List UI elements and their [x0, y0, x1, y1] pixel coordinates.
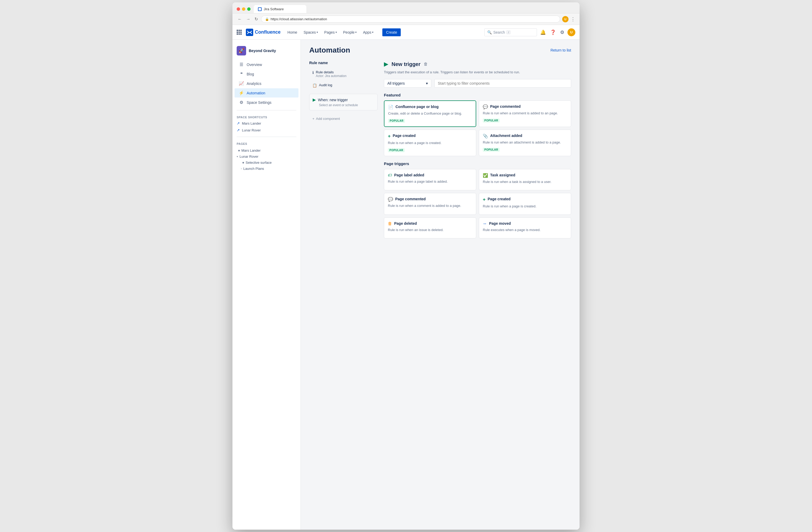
back-button[interactable]: ←	[237, 16, 243, 23]
featured-card-0[interactable]: 📄 Confluence page or blog Create, edit o…	[384, 100, 476, 127]
svg-rect-0	[259, 8, 261, 11]
external-link-icon-1: ↗	[237, 121, 240, 125]
delete-trigger-icon[interactable]: 🗑	[424, 62, 428, 66]
page-moved-icon: ↔	[483, 221, 487, 226]
return-to-list-link[interactable]: Return to list	[550, 48, 571, 52]
trigger-play-icon: ▶	[313, 97, 316, 102]
sidebar-item-analytics[interactable]: 📈 Analytics	[234, 79, 299, 88]
page-item-lunar-rover[interactable]: ▾ Lunar Rover	[232, 153, 301, 160]
page-trigger-card-5[interactable]: ↔ Page moved Rule executes when a page i…	[479, 217, 571, 238]
featured-card-desc-1: Rule is run when a comment is added to a…	[483, 111, 567, 116]
search-box[interactable]: 🔍 Search /	[484, 28, 537, 36]
app-switcher-button[interactable]	[237, 30, 242, 35]
filter-components-input[interactable]	[434, 79, 571, 88]
page-title: Automation	[309, 46, 350, 55]
page-trigger-title-0: Page label added	[394, 173, 424, 177]
tab-title: Jira Software	[264, 7, 284, 11]
page-trigger-card-2[interactable]: 💬 Page commented Rule is run when a comm…	[384, 193, 476, 215]
browser-menu-button[interactable]: ⋮	[570, 16, 575, 22]
page-label-icon: 🏷	[388, 173, 392, 178]
page-trigger-card-0[interactable]: 🏷 Page label added Rule is run when a pa…	[384, 169, 476, 190]
app-header: Confluence Home Spaces ▾ Pages ▾ People …	[232, 25, 580, 40]
nav-people[interactable]: People ▾	[340, 29, 360, 36]
address-bar[interactable]: 🔒 https://cloud.atlassian.net/automation	[261, 15, 560, 23]
page-trigger-desc-5: Rule executes when a page is moved.	[483, 227, 567, 232]
page-commented-icon-1: 💬	[483, 104, 488, 109]
nav-pages[interactable]: Pages ▾	[322, 29, 339, 36]
maximize-button[interactable]	[247, 8, 251, 11]
space-header[interactable]: 🚀 Beyond Gravity	[232, 44, 301, 60]
sidebar-item-label-space-settings: Space Settings	[247, 100, 271, 105]
page-item-launch-plans[interactable]: › Launch Plans	[232, 166, 301, 172]
page-trigger-cards-grid: 🏷 Page label added Rule is run when a pa…	[384, 169, 571, 239]
popular-badge-2: Popular	[388, 148, 405, 152]
nav-apps[interactable]: Apps ▾	[360, 29, 376, 36]
audit-log-item[interactable]: 📋 Audit log	[309, 81, 378, 90]
user-avatar[interactable]: U	[567, 28, 575, 36]
settings-icon[interactable]: ⚙	[559, 28, 565, 36]
page-deleted-icon: 🗑	[388, 221, 392, 226]
featured-card-desc-2: Rule is run when a page is created.	[388, 141, 472, 145]
page-triggers-heading: Page triggers	[384, 161, 571, 166]
page-trigger-card-3[interactable]: + Page created Rule is run when a page i…	[479, 193, 571, 215]
minimize-button[interactable]	[242, 8, 245, 11]
nav-home[interactable]: Home	[285, 29, 300, 36]
close-button[interactable]	[237, 8, 240, 11]
trigger-card[interactable]: ▶ When: new trigger Select an event or s…	[309, 94, 378, 110]
page-trigger-title-3: Page created	[488, 197, 511, 201]
page-commented-icon-2: 💬	[388, 197, 393, 202]
page-trigger-title-1: Task assigned	[490, 173, 515, 177]
featured-card-title-0: Confluence page or blog	[395, 105, 439, 109]
add-component-button[interactable]: + Add component	[309, 115, 378, 123]
page-trigger-desc-0: Rule is run when a page label is added.	[388, 179, 472, 184]
rule-details-title: Rule details	[316, 70, 347, 74]
featured-card-2[interactable]: + Page created Rule is run when a page i…	[384, 130, 476, 156]
browser-profile-avatar[interactable]: U	[562, 16, 568, 23]
featured-card-desc-0: Create, edit or delete a Confluence page…	[388, 111, 472, 116]
tab-favicon	[258, 8, 262, 11]
automation-icon: ⚡	[239, 90, 244, 95]
shortcut-mars-lander[interactable]: ↗ Mars Lander	[232, 120, 301, 127]
forward-button[interactable]: →	[245, 16, 251, 23]
sidebar-item-label-blog: Blog	[247, 72, 254, 76]
main-nav: Home Spaces ▾ Pages ▾ People ▾ Apps ▾	[285, 29, 376, 36]
sidebar-item-space-settings[interactable]: ⚙ Space Settings	[234, 98, 299, 107]
help-icon[interactable]: ❓	[549, 28, 557, 36]
rule-details-item[interactable]: ℹ Rule details Actor: Jira automation	[309, 68, 378, 80]
rule-details-actor: Actor: Jira automation	[316, 74, 347, 78]
featured-section: Featured 📄 Confluence page or blog Creat…	[384, 93, 571, 156]
sidebar-item-overview[interactable]: ☰ Overview	[234, 60, 299, 69]
browser-tab[interactable]: Jira Software	[254, 5, 306, 13]
page-label-mars-lander: Mars Lander	[242, 148, 261, 152]
attachment-icon: 📎	[483, 134, 488, 138]
trigger-header: ▶ When: new trigger	[313, 97, 374, 102]
sidebar: 🚀 Beyond Gravity ☰ Overview ❝ Blog 📈 Ana…	[232, 40, 301, 530]
filter-dropdown-label: All triggers	[387, 81, 405, 85]
featured-card-3[interactable]: 📎 Attachment added Rule is run when an a…	[479, 130, 571, 156]
trigger-filter-dropdown[interactable]: All triggers ▾	[384, 79, 431, 88]
sidebar-item-blog[interactable]: ❝ Blog	[234, 69, 299, 78]
space-name: Beyond Gravity	[249, 49, 276, 53]
shortcut-lunar-rover[interactable]: ↗ Lunar Rover	[232, 127, 301, 134]
page-item-selective-surface[interactable]: Selective surface	[232, 160, 301, 166]
sidebar-item-label-automation: Automation	[247, 91, 265, 95]
page-triggers-section: Page triggers 🏷 Page label added Rule is…	[384, 161, 571, 239]
page-trigger-card-4[interactable]: 🗑 Page deleted Rule is run when an issue…	[384, 217, 476, 238]
nav-spaces[interactable]: Spaces ▾	[301, 29, 321, 36]
refresh-button[interactable]: ↻	[253, 15, 259, 23]
trigger-name-row: ▶ New trigger 🗑	[384, 61, 571, 68]
sidebar-divider-2	[237, 137, 296, 137]
page-item-mars-lander[interactable]: Mars Lander	[232, 147, 301, 153]
bullet-icon-1	[238, 150, 240, 151]
create-button[interactable]: Create	[382, 28, 401, 36]
confluence-logo-text: Confluence	[255, 29, 280, 35]
page-label-launch-plans: Launch Plans	[243, 167, 264, 171]
featured-card-desc-3: Rule is run when an attachment is added …	[483, 140, 567, 145]
featured-card-1[interactable]: 💬 Page commented Rule is run when a comm…	[479, 100, 571, 127]
confluence-logo[interactable]: Confluence	[246, 29, 280, 36]
notifications-icon[interactable]: 🔔	[539, 28, 547, 36]
sidebar-item-automation[interactable]: ⚡ Automation	[234, 88, 299, 98]
page-label-selective-surface: Selective surface	[246, 161, 272, 164]
page-trigger-card-1[interactable]: ✅ Task assigned Rule is run when a task …	[479, 169, 571, 190]
featured-heading: Featured	[384, 93, 571, 97]
